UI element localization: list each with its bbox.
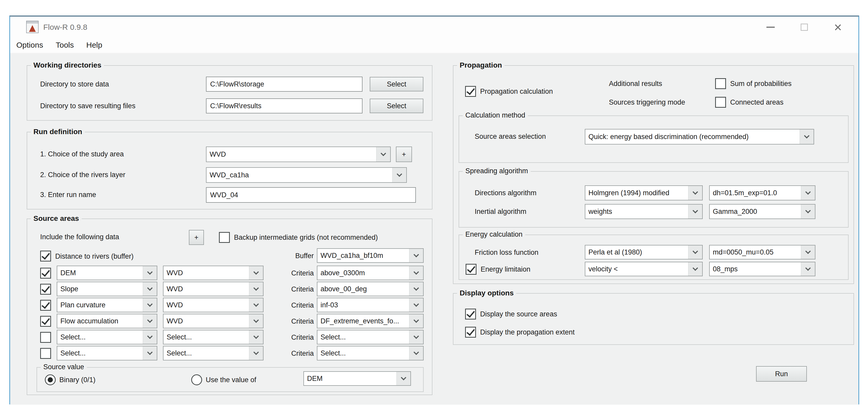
directions-param-value: dh=01.5m_exp=01.0 — [710, 189, 801, 197]
buffer-value: WVD_ca1ha_bf10m — [317, 252, 409, 260]
inertial-param-dropdown[interactable]: Gamma_2000 — [709, 204, 815, 219]
row6-data-dropdown[interactable]: Select... — [57, 346, 157, 360]
chevron-down-icon — [801, 262, 815, 276]
use-value-radio[interactable] — [191, 374, 202, 385]
study-area-label: 1. Choice of the study area — [40, 146, 124, 162]
row6-data-value: Select... — [57, 349, 143, 357]
store-data-select-button[interactable]: Select — [370, 77, 423, 92]
row3-data-value: Plan curvature — [57, 301, 143, 309]
run-name-input[interactable]: WVD_04 — [206, 187, 416, 203]
chevron-down-icon — [143, 346, 157, 360]
row2-checkbox[interactable] — [40, 284, 51, 295]
row6-area-dropdown[interactable]: Select... — [163, 346, 264, 360]
energy-limitation-value: velocity < — [585, 265, 688, 273]
directions-param-dropdown[interactable]: dh=01.5m_exp=01.0 — [709, 185, 815, 200]
directions-algorithm-value: Holmgren (1994) modified — [585, 189, 688, 197]
sum-probabilities-checkbox[interactable] — [715, 78, 726, 89]
energy-limitation-checkbox[interactable] — [466, 264, 476, 275]
row3-area-dropdown[interactable]: WVD — [163, 298, 264, 312]
app-icon-bar — [27, 21, 38, 24]
row5-data-dropdown[interactable]: Select... — [57, 330, 157, 344]
energy-limitation-dropdown[interactable]: velocity < — [585, 262, 703, 276]
row2-criteria-label: Criteria — [259, 282, 314, 297]
row4-area-dropdown[interactable]: WVD — [163, 314, 264, 328]
inertial-algorithm-dropdown[interactable]: weights — [585, 204, 703, 219]
row6-criteria-dropdown[interactable]: Select... — [317, 346, 424, 360]
row1-checkbox[interactable] — [40, 268, 51, 279]
store-data-input[interactable]: C:\FlowR\storage — [206, 77, 363, 92]
source-areas-title: Source areas — [31, 214, 82, 223]
chevron-down-icon — [143, 298, 157, 312]
row5-criteria-label: Criteria — [259, 330, 314, 345]
row4-data-dropdown[interactable]: Flow accumulation — [57, 314, 157, 328]
chevron-down-icon — [409, 298, 423, 312]
minimize-button[interactable] — [756, 19, 785, 35]
menu-help[interactable]: Help — [84, 38, 105, 53]
add-data-row-button[interactable]: + — [189, 230, 204, 245]
propagation-calculation-checkbox[interactable] — [465, 86, 476, 97]
friction-loss-dropdown[interactable]: Perla et al (1980) — [585, 245, 703, 260]
propagation-calculation-label: Propagation calculation — [480, 84, 553, 99]
row5-area-dropdown[interactable]: Select... — [163, 330, 264, 344]
use-value-radio-label: Use the value of — [206, 372, 256, 387]
row2-area-dropdown[interactable]: WVD — [163, 282, 264, 296]
menu-options[interactable]: Options — [14, 38, 45, 53]
close-button[interactable]: × — [824, 19, 852, 35]
connected-areas-checkbox[interactable] — [715, 97, 726, 108]
chevron-down-icon — [143, 314, 157, 328]
directions-algorithm-dropdown[interactable]: Holmgren (1994) modified — [585, 185, 703, 200]
rivers-layer-dropdown[interactable]: WVD_ca1ha — [206, 167, 407, 183]
chevron-down-icon — [801, 245, 815, 259]
study-area-dropdown[interactable]: WVD — [206, 146, 391, 162]
results-dir-select-button[interactable]: Select — [370, 99, 423, 113]
row4-area-value: WVD — [163, 317, 249, 325]
app-window: Flow-R 0.9.8 × Options Tools Help Workin… — [9, 15, 859, 405]
row3-criteria-dropdown[interactable]: inf-03 — [317, 298, 424, 312]
buffer-dropdown[interactable]: WVD_ca1ha_bf10m — [317, 248, 424, 263]
row4-criteria-dropdown[interactable]: DF_extreme_events_fo... — [317, 314, 424, 328]
row1-criteria-dropdown[interactable]: above_0300m — [317, 266, 424, 280]
add-study-area-button[interactable]: + — [396, 146, 412, 162]
maximize-button[interactable] — [790, 19, 818, 35]
row2-data-dropdown[interactable]: Slope — [57, 282, 157, 296]
row1-area-dropdown[interactable]: WVD — [163, 266, 264, 280]
row2-criteria-value: above_00_deg — [317, 285, 409, 293]
chevron-down-icon — [143, 266, 157, 280]
row3-data-dropdown[interactable]: Plan curvature — [57, 298, 157, 312]
working-directories-group: Working directories Directory to store d… — [27, 65, 432, 120]
menu-tools[interactable]: Tools — [53, 38, 76, 53]
row4-data-value: Flow accumulation — [57, 317, 143, 325]
inertial-algorithm-value: weights — [585, 208, 688, 216]
binary-radio-label: Binary (0/1) — [59, 372, 96, 387]
display-propagation-extent-checkbox[interactable] — [465, 327, 476, 338]
results-dir-input[interactable]: C:\FlowR\results — [206, 98, 363, 113]
working-directories-title: Working directories — [31, 61, 104, 69]
row5-checkbox[interactable] — [40, 332, 51, 343]
friction-loss-value: Perla et al (1980) — [585, 248, 688, 256]
row1-criteria-label: Criteria — [259, 266, 314, 281]
source-value-value: DEM — [304, 375, 397, 383]
energy-limitation-param-dropdown[interactable]: 08_mps — [709, 262, 815, 276]
run-button[interactable]: Run — [756, 366, 807, 382]
row6-checkbox[interactable] — [40, 348, 51, 359]
source-value-title: Source value — [41, 363, 87, 371]
row4-checkbox[interactable] — [40, 316, 51, 327]
source-value-dropdown[interactable]: DEM — [303, 371, 411, 386]
display-source-areas-checkbox[interactable] — [465, 309, 476, 319]
display-source-areas-label: Display the source areas — [480, 307, 557, 321]
friction-param-dropdown[interactable]: md=0050_mu=0.05 — [709, 245, 815, 260]
window-title: Flow-R 0.9.8 — [43, 16, 87, 38]
backup-grids-checkbox[interactable] — [219, 232, 230, 243]
store-data-label: Directory to store data — [40, 77, 109, 92]
row1-data-dropdown[interactable]: DEM — [57, 266, 157, 280]
energy-limitation-param-value: 08_mps — [710, 265, 801, 273]
binary-radio[interactable] — [45, 374, 56, 385]
row3-checkbox[interactable] — [40, 300, 51, 311]
row5-criteria-dropdown[interactable]: Select... — [317, 330, 424, 344]
source-areas-group: Source areas Include the following data … — [27, 218, 432, 395]
row2-criteria-dropdown[interactable]: above_00_deg — [317, 282, 424, 296]
directions-algorithm-label: Directions algorithm — [475, 185, 537, 200]
rivers-layer-value: WVD_ca1ha — [207, 171, 392, 179]
distance-rivers-checkbox[interactable] — [40, 251, 51, 262]
source-areas-selection-dropdown[interactable]: Quick: energy based discrimination (reco… — [585, 129, 814, 144]
